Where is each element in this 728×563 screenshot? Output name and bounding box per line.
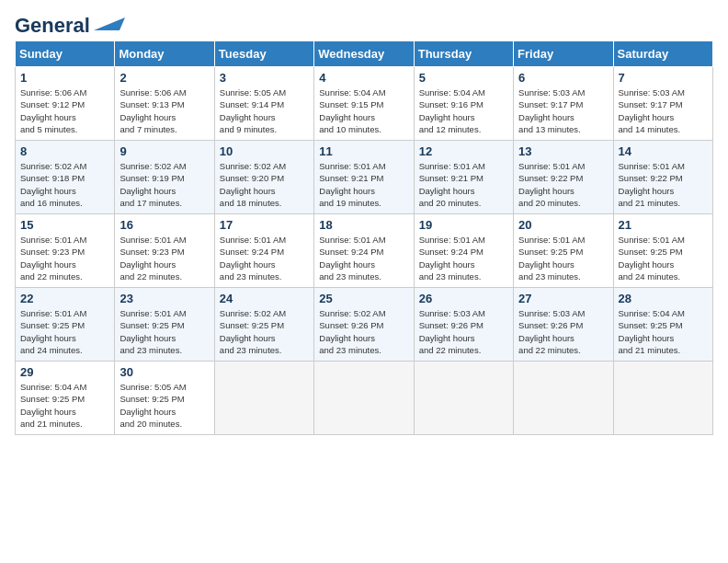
day-info: Sunrise: 5:01 AMSunset: 9:23 PMDaylight … (20, 234, 109, 282)
day-info: Sunrise: 5:05 AMSunset: 9:14 PMDaylight … (220, 86, 309, 135)
day-info: Sunrise: 5:01 AMSunset: 9:24 PMDaylight … (319, 234, 408, 282)
calendar-cell: 18Sunrise: 5:01 AMSunset: 9:24 PMDayligh… (314, 214, 414, 288)
day-number: 6 (518, 71, 608, 85)
day-info: Sunrise: 5:05 AMSunset: 9:25 PMDaylight … (119, 381, 209, 430)
day-number: 3 (220, 71, 309, 85)
day-info: Sunrise: 5:01 AMSunset: 9:25 PMDaylight … (20, 307, 109, 356)
calendar-cell: 9Sunrise: 5:02 AMSunset: 9:19 PMDaylight… (115, 141, 214, 214)
day-number: 25 (319, 292, 408, 305)
calendar-cell: 28Sunrise: 5:04 AMSunset: 9:25 PMDayligh… (613, 288, 712, 362)
day-number: 24 (220, 292, 309, 305)
day-number: 9 (119, 144, 209, 158)
day-number: 21 (619, 218, 708, 232)
day-number: 2 (119, 71, 209, 85)
day-number: 14 (619, 144, 708, 158)
day-info: Sunrise: 5:03 AMSunset: 9:17 PMDaylight … (518, 86, 608, 135)
calendar-cell: 17Sunrise: 5:01 AMSunset: 9:24 PMDayligh… (214, 214, 313, 288)
day-info: Sunrise: 5:02 AMSunset: 9:20 PMDaylight … (220, 160, 309, 209)
week-row-5: 29Sunrise: 5:04 AMSunset: 9:25 PMDayligh… (16, 362, 713, 435)
day-number: 5 (419, 71, 508, 85)
day-info: Sunrise: 5:03 AMSunset: 9:26 PMDaylight … (518, 307, 608, 356)
day-number: 18 (319, 218, 408, 232)
col-header-friday: Friday (514, 41, 613, 67)
day-info: Sunrise: 5:01 AMSunset: 9:25 PMDaylight … (518, 234, 608, 282)
calendar-cell: 25Sunrise: 5:02 AMSunset: 9:26 PMDayligh… (314, 288, 414, 362)
day-info: Sunrise: 5:03 AMSunset: 9:17 PMDaylight … (619, 86, 708, 135)
header: General (15, 15, 713, 31)
day-number: 11 (319, 144, 408, 158)
calendar-cell: 24Sunrise: 5:02 AMSunset: 9:25 PMDayligh… (214, 288, 313, 362)
calendar-cell: 30Sunrise: 5:05 AMSunset: 9:25 PMDayligh… (115, 362, 214, 435)
day-info: Sunrise: 5:01 AMSunset: 9:23 PMDaylight … (119, 234, 209, 282)
day-number: 8 (20, 144, 109, 158)
day-number: 20 (518, 218, 608, 232)
calendar-cell: 5Sunrise: 5:04 AMSunset: 9:16 PMDaylight… (414, 67, 513, 141)
day-number: 29 (20, 365, 109, 379)
week-row-2: 8Sunrise: 5:02 AMSunset: 9:18 PMDaylight… (16, 141, 713, 214)
calendar-cell: 29Sunrise: 5:04 AMSunset: 9:25 PMDayligh… (16, 362, 115, 435)
calendar-table: SundayMondayTuesdayWednesdayThursdayFrid… (15, 40, 713, 435)
logo-text: General (15, 15, 90, 37)
calendar-cell: 14Sunrise: 5:01 AMSunset: 9:22 PMDayligh… (613, 141, 712, 214)
calendar-cell: 4Sunrise: 5:04 AMSunset: 9:15 PMDaylight… (314, 67, 414, 141)
calendar-cell: 27Sunrise: 5:03 AMSunset: 9:26 PMDayligh… (514, 288, 613, 362)
day-number: 19 (419, 218, 508, 232)
calendar-cell: 16Sunrise: 5:01 AMSunset: 9:23 PMDayligh… (115, 214, 214, 288)
day-info: Sunrise: 5:01 AMSunset: 9:21 PMDaylight … (419, 160, 508, 209)
day-info: Sunrise: 5:02 AMSunset: 9:26 PMDaylight … (319, 307, 408, 356)
day-info: Sunrise: 5:01 AMSunset: 9:25 PMDaylight … (119, 307, 209, 356)
logo-wing-icon (92, 16, 127, 32)
day-number: 27 (518, 292, 608, 305)
calendar-cell: 13Sunrise: 5:01 AMSunset: 9:22 PMDayligh… (514, 141, 613, 214)
calendar-cell: 26Sunrise: 5:03 AMSunset: 9:26 PMDayligh… (414, 288, 513, 362)
col-header-tuesday: Tuesday (214, 41, 313, 67)
svg-marker-0 (94, 17, 125, 30)
day-info: Sunrise: 5:02 AMSunset: 9:19 PMDaylight … (119, 160, 209, 209)
calendar-cell: 2Sunrise: 5:06 AMSunset: 9:13 PMDaylight… (115, 67, 214, 141)
calendar-cell: 12Sunrise: 5:01 AMSunset: 9:21 PMDayligh… (414, 141, 513, 214)
calendar-cell: 20Sunrise: 5:01 AMSunset: 9:25 PMDayligh… (514, 214, 613, 288)
calendar-cell: 15Sunrise: 5:01 AMSunset: 9:23 PMDayligh… (16, 214, 115, 288)
day-info: Sunrise: 5:06 AMSunset: 9:13 PMDaylight … (119, 86, 209, 135)
calendar-cell: 10Sunrise: 5:02 AMSunset: 9:20 PMDayligh… (214, 141, 313, 214)
day-info: Sunrise: 5:01 AMSunset: 9:22 PMDaylight … (619, 160, 708, 209)
calendar-cell: 7Sunrise: 5:03 AMSunset: 9:17 PMDaylight… (613, 67, 712, 141)
week-row-1: 1Sunrise: 5:06 AMSunset: 9:12 PMDaylight… (16, 67, 713, 141)
day-number: 26 (419, 292, 508, 305)
day-info: Sunrise: 5:06 AMSunset: 9:12 PMDaylight … (20, 86, 109, 135)
day-number: 4 (319, 71, 408, 85)
day-number: 23 (119, 292, 209, 305)
calendar-cell: 3Sunrise: 5:05 AMSunset: 9:14 PMDaylight… (214, 67, 313, 141)
calendar-cell (613, 362, 712, 435)
calendar-cell: 11Sunrise: 5:01 AMSunset: 9:21 PMDayligh… (314, 141, 414, 214)
day-number: 1 (20, 71, 109, 85)
day-number: 30 (119, 365, 209, 379)
day-info: Sunrise: 5:02 AMSunset: 9:25 PMDaylight … (220, 307, 309, 356)
header-row: SundayMondayTuesdayWednesdayThursdayFrid… (16, 41, 713, 67)
calendar-cell: 1Sunrise: 5:06 AMSunset: 9:12 PMDaylight… (16, 67, 115, 141)
calendar-cell: 6Sunrise: 5:03 AMSunset: 9:17 PMDaylight… (514, 67, 613, 141)
col-header-sunday: Sunday (16, 41, 115, 67)
day-number: 17 (220, 218, 309, 232)
col-header-thursday: Thursday (414, 41, 513, 67)
calendar-cell (214, 362, 313, 435)
day-number: 7 (619, 71, 708, 85)
day-info: Sunrise: 5:04 AMSunset: 9:15 PMDaylight … (319, 86, 408, 135)
day-info: Sunrise: 5:01 AMSunset: 9:24 PMDaylight … (419, 234, 508, 282)
logo: General (15, 15, 127, 31)
col-header-wednesday: Wednesday (314, 41, 414, 67)
day-number: 16 (119, 218, 209, 232)
calendar-cell (414, 362, 513, 435)
day-number: 13 (518, 144, 608, 158)
calendar-cell: 19Sunrise: 5:01 AMSunset: 9:24 PMDayligh… (414, 214, 513, 288)
calendar-cell (514, 362, 613, 435)
calendar-cell: 22Sunrise: 5:01 AMSunset: 9:25 PMDayligh… (16, 288, 115, 362)
week-row-4: 22Sunrise: 5:01 AMSunset: 9:25 PMDayligh… (16, 288, 713, 362)
week-row-3: 15Sunrise: 5:01 AMSunset: 9:23 PMDayligh… (16, 214, 713, 288)
day-info: Sunrise: 5:01 AMSunset: 9:25 PMDaylight … (619, 234, 708, 282)
calendar-cell: 21Sunrise: 5:01 AMSunset: 9:25 PMDayligh… (613, 214, 712, 288)
day-info: Sunrise: 5:01 AMSunset: 9:21 PMDaylight … (319, 160, 408, 209)
col-header-monday: Monday (115, 41, 214, 67)
day-info: Sunrise: 5:04 AMSunset: 9:25 PMDaylight … (20, 381, 109, 430)
col-header-saturday: Saturday (613, 41, 712, 67)
